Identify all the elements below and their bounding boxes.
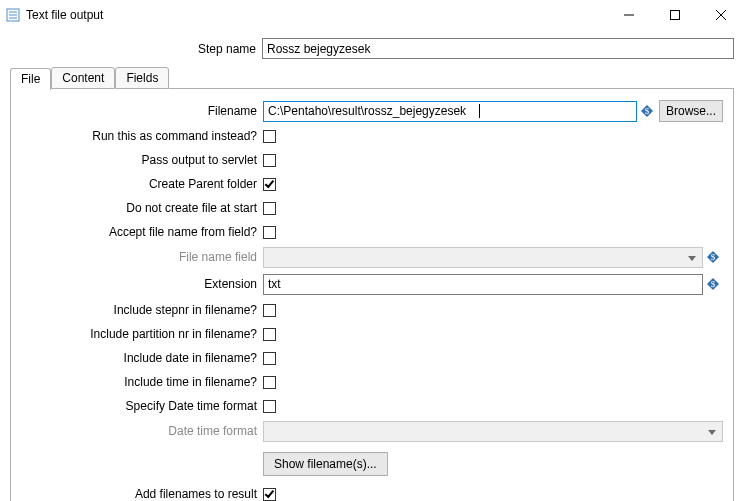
create-parent-checkbox[interactable] (263, 178, 276, 191)
tab-file[interactable]: File (10, 68, 51, 90)
servlet-label: Pass output to servlet (21, 153, 263, 167)
variable-icon[interactable]: $ (639, 103, 655, 119)
variable-icon[interactable]: $ (705, 276, 721, 292)
svg-line-6 (716, 10, 726, 20)
minimize-button[interactable] (606, 0, 652, 30)
filename-label: Filename (21, 104, 263, 118)
run-cmd-label: Run this as command instead? (21, 129, 263, 143)
tab-pane-file: Filename $ Browse... Run this as command… (10, 89, 734, 501)
file-name-field-dropdown (263, 247, 703, 268)
include-stepnr-checkbox[interactable] (263, 304, 276, 317)
include-time-checkbox[interactable] (263, 376, 276, 389)
close-button[interactable] (698, 0, 744, 30)
svg-text:$: $ (711, 252, 716, 262)
maximize-button[interactable] (652, 0, 698, 30)
include-time-label: Include time in filename? (21, 375, 263, 389)
dtf-label: Date time format (21, 424, 263, 438)
tabstrip-filler (169, 67, 734, 89)
servlet-checkbox[interactable] (263, 154, 276, 167)
include-partition-label: Include partition nr in filename? (21, 327, 263, 341)
text-cursor (479, 104, 480, 118)
step-name-label: Step name (10, 42, 262, 56)
svg-text:$: $ (645, 106, 650, 116)
extension-label: Extension (21, 277, 263, 291)
tabstrip: File Content Fields (10, 67, 734, 89)
tab-content[interactable]: Content (51, 67, 115, 89)
browse-button[interactable]: Browse... (659, 100, 723, 122)
variable-icon[interactable]: $ (705, 249, 721, 265)
show-filenames-button[interactable]: Show filename(s)... (263, 452, 388, 476)
include-date-label: Include date in filename? (21, 351, 263, 365)
window-controls (606, 0, 744, 30)
create-parent-label: Create Parent folder (21, 177, 263, 191)
filename-input[interactable] (263, 101, 637, 122)
step-name-row: Step name (10, 38, 734, 59)
extension-input[interactable] (263, 274, 703, 295)
svg-text:$: $ (711, 279, 716, 289)
no-create-start-checkbox[interactable] (263, 202, 276, 215)
filename-row: Filename $ Browse... (21, 99, 723, 123)
add-to-result-label: Add filenames to result (21, 487, 263, 501)
include-date-checkbox[interactable] (263, 352, 276, 365)
tab-fields[interactable]: Fields (115, 67, 169, 89)
file-name-field-label: File name field (21, 250, 263, 264)
svg-line-7 (716, 10, 726, 20)
dtf-dropdown (263, 421, 723, 442)
accept-from-field-label: Accept file name from field? (21, 225, 263, 239)
app-icon (6, 8, 20, 22)
specify-dtf-label: Specify Date time format (21, 399, 263, 413)
include-stepnr-label: Include stepnr in filename? (21, 303, 263, 317)
titlebar: Text file output (0, 0, 744, 30)
dialog-body: Step name File Content Fields Filename $… (0, 30, 744, 501)
window-title: Text file output (26, 8, 103, 22)
include-partition-checkbox[interactable] (263, 328, 276, 341)
no-create-start-label: Do not create file at start (21, 201, 263, 215)
svg-rect-5 (671, 10, 680, 19)
add-to-result-checkbox[interactable] (263, 488, 276, 501)
run-cmd-checkbox[interactable] (263, 130, 276, 143)
specify-dtf-checkbox[interactable] (263, 400, 276, 413)
accept-from-field-checkbox[interactable] (263, 226, 276, 239)
step-name-input[interactable] (262, 38, 734, 59)
